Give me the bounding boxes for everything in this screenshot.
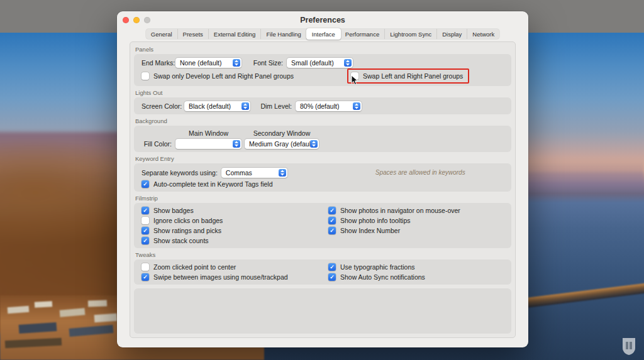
font-size-select[interactable]: Small (default) bbox=[287, 58, 353, 68]
show-stack-counts-checkbox[interactable] bbox=[142, 237, 149, 244]
fill-color-label: Fill Color: bbox=[142, 140, 172, 148]
empty-section-area bbox=[134, 288, 511, 334]
preferences-window: Preferences General Presets External Edi… bbox=[117, 11, 528, 347]
show-navigator-photos-checkbox[interactable] bbox=[328, 207, 336, 214]
show-badges-checkbox[interactable] bbox=[142, 207, 149, 214]
filmstrip-section: Show badges Ignore clicks on badges Show… bbox=[134, 203, 511, 248]
screen-color-label: Screen Color: bbox=[142, 102, 180, 110]
popup-stepper-icon bbox=[279, 169, 286, 177]
swap-develop-label: Swap only Develop Left and Right Panel g… bbox=[153, 72, 294, 80]
typographic-fractions-checkbox[interactable] bbox=[328, 263, 336, 271]
keyword-entry-section: Separate keywords using: Commas Spaces a… bbox=[134, 163, 511, 192]
lights-out-section-label: Lights Out bbox=[135, 89, 511, 96]
background-section: Main Window Secondary Window Fill Color:… bbox=[134, 126, 511, 152]
tweaks-section: Zoom clicked point to center Swipe betwe… bbox=[134, 259, 511, 285]
auto-sync-notifications-checkbox[interactable] bbox=[328, 273, 336, 281]
show-index-number-label: Show Index Number bbox=[340, 227, 400, 234]
popup-stepper-icon bbox=[233, 59, 240, 67]
tab-general[interactable]: General bbox=[146, 29, 178, 39]
tab-file-handling[interactable]: File Handling bbox=[261, 29, 306, 39]
show-ratings-label: Show ratings and picks bbox=[153, 227, 221, 234]
dim-level-label: Dim Level: bbox=[259, 102, 292, 110]
dim-level-select[interactable]: 80% (default) bbox=[296, 101, 362, 111]
tab-lightroom-sync[interactable]: Lightroom Sync bbox=[385, 29, 437, 39]
keyword-entry-section-label: Keyword Entry bbox=[135, 155, 511, 162]
interface-tab-pane: Panels End Marks: None (default) Font Si… bbox=[130, 41, 516, 338]
popup-stepper-icon bbox=[353, 102, 360, 110]
ignore-clicks-checkbox[interactable] bbox=[142, 217, 149, 224]
autocomplete-label: Auto-complete text in Keyword Tags field bbox=[153, 180, 273, 188]
tab-performance[interactable]: Performance bbox=[340, 29, 385, 39]
tab-interface[interactable]: Interface bbox=[306, 28, 341, 40]
zoom-clicked-point-label: Zoom clicked point to center bbox=[153, 263, 236, 271]
ignore-clicks-label: Ignore clicks on badges bbox=[153, 217, 223, 224]
swipe-images-checkbox[interactable] bbox=[142, 273, 149, 281]
autocomplete-checkbox[interactable] bbox=[142, 180, 149, 188]
zoom-clicked-point-checkbox[interactable] bbox=[142, 263, 149, 271]
swap-panels-highlight-box: Swap Left and Right Panel groups bbox=[347, 68, 469, 84]
end-marks-select[interactable]: None (default) bbox=[175, 58, 242, 68]
mouse-cursor-icon bbox=[351, 75, 358, 88]
background-section-label: Background bbox=[135, 117, 511, 124]
font-size-label: Font Size: bbox=[250, 59, 283, 67]
tweaks-section-label: Tweaks bbox=[135, 251, 511, 258]
show-stack-counts-label: Show stack counts bbox=[153, 237, 209, 244]
filmstrip-section-label: Filmstrip bbox=[135, 195, 511, 202]
end-marks-label: End Marks: bbox=[142, 59, 172, 67]
tab-bar: General Presets External Editing File Ha… bbox=[117, 29, 528, 40]
popup-stepper-icon bbox=[344, 59, 352, 67]
popup-stepper-icon bbox=[310, 140, 318, 148]
font-size-value: Small (default) bbox=[291, 59, 344, 67]
swipe-images-label: Swipe between images using mouse/trackpa… bbox=[153, 273, 288, 281]
show-photo-tooltips-checkbox[interactable] bbox=[328, 217, 336, 224]
screen-color-value: Black (default) bbox=[189, 102, 242, 110]
keywords-spaces-note: Spaces are allowed in keywords bbox=[375, 169, 465, 176]
window-title: Preferences bbox=[117, 16, 528, 25]
shield-watermark-icon bbox=[621, 337, 636, 358]
tab-presets[interactable]: Presets bbox=[178, 29, 209, 39]
main-window-fill-color-select[interactable] bbox=[175, 139, 242, 149]
swap-develop-checkbox[interactable] bbox=[142, 72, 149, 80]
tab-network[interactable]: Network bbox=[467, 29, 499, 39]
screen-color-select[interactable]: Black (default) bbox=[184, 101, 250, 111]
secondary-window-header: Secondary Window bbox=[245, 129, 319, 137]
typographic-fractions-label: Use typographic fractions bbox=[340, 263, 414, 271]
lights-out-section: Screen Color: Black (default) Dim Level:… bbox=[134, 97, 511, 114]
tab-external-editing[interactable]: External Editing bbox=[209, 29, 262, 39]
secondary-window-fill-color-value: Medium Gray (default) bbox=[249, 140, 310, 148]
title-bar[interactable]: Preferences bbox=[117, 11, 528, 29]
dim-level-value: 80% (default) bbox=[300, 102, 353, 110]
secondary-window-fill-color-select[interactable]: Medium Gray (default) bbox=[245, 139, 319, 149]
popup-stepper-icon bbox=[242, 102, 249, 110]
show-photo-tooltips-label: Show photo info tooltips bbox=[340, 217, 411, 224]
auto-sync-notifications-label: Show Auto Sync notifications bbox=[340, 273, 425, 281]
separate-keywords-select[interactable]: Commas bbox=[221, 168, 287, 178]
show-badges-label: Show badges bbox=[153, 207, 194, 214]
end-marks-value: None (default) bbox=[180, 59, 233, 67]
panels-section: End Marks: None (default) Font Size: Sma… bbox=[134, 54, 511, 86]
main-window-header: Main Window bbox=[175, 129, 242, 137]
separate-keywords-value: Commas bbox=[226, 169, 279, 177]
show-ratings-checkbox[interactable] bbox=[142, 227, 149, 234]
popup-stepper-icon bbox=[233, 140, 240, 148]
show-navigator-photos-label: Show photos in navigator on mouse-over bbox=[340, 207, 460, 214]
tab-display[interactable]: Display bbox=[437, 29, 467, 39]
panels-section-label: Panels bbox=[135, 46, 511, 53]
swap-panels-label: Swap Left and Right Panel groups bbox=[363, 72, 463, 80]
separate-keywords-label: Separate keywords using: bbox=[142, 169, 218, 177]
show-index-number-checkbox[interactable] bbox=[328, 227, 336, 234]
